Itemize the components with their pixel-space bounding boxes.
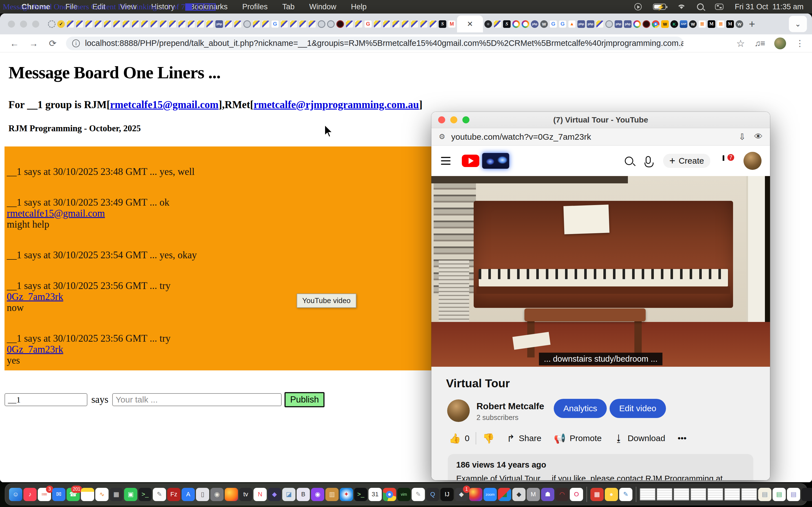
new-tab-button[interactable]: + xyxy=(744,16,760,32)
active-tab[interactable]: ✕ xyxy=(457,15,483,33)
browser-tab[interactable] xyxy=(84,16,94,32)
yt-search-icon[interactable] xyxy=(625,157,633,165)
wolf-app-icon[interactable]: M xyxy=(527,488,540,501)
browser-tab[interactable] xyxy=(382,16,391,32)
yt-profile-avatar[interactable] xyxy=(744,152,762,170)
download-item-icon[interactable]: ▤ xyxy=(758,488,771,501)
promote-button[interactable]: 📢Promote xyxy=(548,429,608,448)
browser-tab[interactable] xyxy=(651,16,660,32)
menu-tab[interactable]: Tab xyxy=(275,3,302,11)
browser-menu-icon[interactable]: ⋮ xyxy=(796,38,804,48)
browser-tab[interactable] xyxy=(336,16,345,32)
ghostty-icon[interactable]: ☗ xyxy=(541,488,554,501)
browser-tab[interactable] xyxy=(428,16,438,32)
notes-icon[interactable] xyxy=(81,488,94,501)
now-playing-icon[interactable] xyxy=(635,3,642,10)
inkscape-icon[interactable]: ◆ xyxy=(512,488,525,501)
youtube-logo-custom[interactable] xyxy=(482,153,509,169)
launchpad-icon[interactable]: ▦ xyxy=(110,488,123,501)
browser-tab[interactable]: php xyxy=(576,16,586,32)
minimized-window[interactable] xyxy=(724,488,740,501)
textedit-icon[interactable]: ✎ xyxy=(153,488,166,501)
browser-tab[interactable] xyxy=(317,16,326,32)
browser-tab[interactable]: W xyxy=(660,16,670,32)
address-bar[interactable]: i localhost:8888/PHP/prepend/talk_about_… xyxy=(66,37,683,50)
back-button[interactable]: ← xyxy=(10,39,19,48)
browser-tab[interactable] xyxy=(252,16,261,32)
browser-tab[interactable] xyxy=(642,16,651,32)
filezilla-icon[interactable]: Fz xyxy=(167,488,181,501)
share-button[interactable]: ↱Share xyxy=(501,429,548,448)
hamburger-menu-icon[interactable] xyxy=(441,155,451,167)
archive-utility-icon[interactable]: ▥ xyxy=(325,488,339,501)
browser-tab[interactable] xyxy=(391,16,401,32)
yt-url-text[interactable]: youtube.com/watch?v=0Gz_7am23rk xyxy=(451,132,591,142)
talk-input[interactable] xyxy=(112,393,282,406)
browser-tab[interactable] xyxy=(159,16,168,32)
analytics-button[interactable]: Analytics xyxy=(554,399,607,418)
browser-tab[interactable] xyxy=(233,16,243,32)
facetime-icon[interactable]: ▣ xyxy=(124,488,137,501)
gimp-icon[interactable]: ◉ xyxy=(210,488,223,501)
download-button[interactable]: ⭳Download xyxy=(608,429,671,448)
download-item-icon[interactable]: ▤ xyxy=(787,488,800,501)
install-app-icon[interactable]: ⇩ xyxy=(739,132,746,142)
minimize-window-button[interactable] xyxy=(20,20,27,27)
browser-tab[interactable]: SAP xyxy=(679,16,688,32)
yt-notifications-bell[interactable]: 7 xyxy=(723,156,731,166)
browser-tab[interactable] xyxy=(632,16,642,32)
intellij-icon[interactable]: IJ xyxy=(441,488,454,501)
edit-video-button[interactable]: Edit video xyxy=(610,399,666,418)
opera-icon[interactable]: O xyxy=(570,488,583,501)
pages-icon[interactable]: ✎ xyxy=(619,488,632,501)
browser-tab[interactable]: ✓ xyxy=(56,16,66,32)
browser-tab[interactable] xyxy=(121,16,131,32)
browser-tab[interactable] xyxy=(149,16,159,32)
news-icon[interactable]: N xyxy=(253,488,267,501)
bookmark-star-icon[interactable]: ☆ xyxy=(737,38,745,49)
browser-tab[interactable]: php xyxy=(623,16,632,32)
message-link[interactable]: 0Gz_7am23rk xyxy=(7,291,63,302)
unity-icon[interactable]: ◆1 xyxy=(455,488,468,501)
wifi-icon[interactable] xyxy=(677,4,686,10)
minimized-window[interactable] xyxy=(691,488,706,501)
close-tab-icon[interactable]: ✕ xyxy=(467,20,473,29)
podcasts-icon[interactable]: ◉ xyxy=(311,488,324,501)
browser-tab[interactable]: W xyxy=(539,16,549,32)
music-icon[interactable]: ♪ xyxy=(23,488,37,501)
browser-tab[interactable] xyxy=(196,16,205,32)
browser-tab[interactable] xyxy=(298,16,308,32)
browser-tab[interactable] xyxy=(75,16,84,32)
browser-tab[interactable] xyxy=(243,16,252,32)
forward-button[interactable]: → xyxy=(29,39,38,48)
nickname-input[interactable] xyxy=(4,393,87,406)
browser-tab[interactable]: W xyxy=(688,16,698,32)
color-palette-icon[interactable] xyxy=(469,488,483,501)
browser-tab[interactable] xyxy=(261,16,270,32)
browser-tab[interactable] xyxy=(289,16,298,32)
message-link[interactable]: rmetcalfe15@gmail.com xyxy=(7,208,105,219)
browser-tab[interactable] xyxy=(401,16,410,32)
control-center-icon[interactable] xyxy=(715,4,723,10)
browser-tab[interactable] xyxy=(94,16,103,32)
message-link[interactable]: 0Gz_7am23rk xyxy=(7,344,63,355)
browser-tab[interactable]: M xyxy=(725,16,735,32)
browser-tab[interactable] xyxy=(187,16,196,32)
browser-tab[interactable] xyxy=(521,16,530,32)
zoom-window-button[interactable] xyxy=(32,20,39,27)
widget-dark-icon[interactable] xyxy=(801,488,812,501)
browser-tab[interactable]: php xyxy=(586,16,595,32)
browser-tab[interactable] xyxy=(131,16,140,32)
preview-icon[interactable]: ◪ xyxy=(282,488,296,501)
hide-eye-icon[interactable]: 👁 xyxy=(754,132,763,142)
browser-tab[interactable] xyxy=(326,16,336,32)
yt-description-box[interactable]: 186 views 14 years ago Example of Virtua… xyxy=(448,454,753,480)
chrome-icon[interactable] xyxy=(383,488,396,501)
browser-tab[interactable] xyxy=(345,16,354,32)
browser-tab[interactable] xyxy=(595,16,605,32)
browser-tab[interactable] xyxy=(224,16,233,32)
minimized-window[interactable] xyxy=(657,488,672,501)
minimized-window[interactable] xyxy=(741,488,757,501)
browser-tab[interactable] xyxy=(511,16,521,32)
browser-tab[interactable]: php xyxy=(530,16,539,32)
